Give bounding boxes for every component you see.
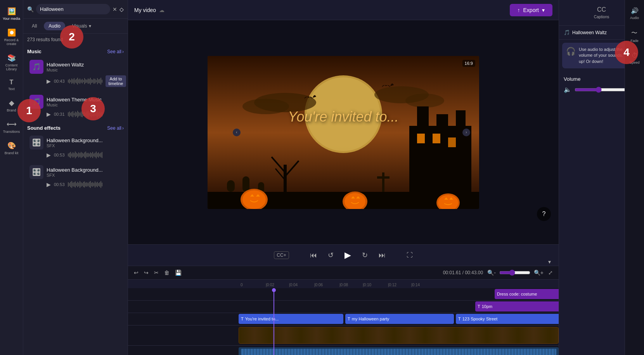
theme-thumb: 🎵 [29,95,43,109]
sidebar-item-transitions[interactable]: ⟷ Transitions [0,117,23,137]
search-icon: 🔍 [27,6,34,12]
sfx2-thumb: 🎛️ [29,165,43,179]
preview-area: You're invited to... 16:9 ? ‹ › [128,20,559,244]
fade-tab-icon: 〜 [631,29,637,37]
sfx-item-1[interactable]: 🎛️ Halloween Background... SFX ▶ 00:53 [26,133,125,161]
timeline-ruler: 0 |0:02 |0:04 |0:06 |0:08 |0:10 |0:12 |0… [128,280,559,288]
media-panel: 🔍 ✕ ◇ All Audio Visuals ▾ 273 results fo… [23,0,128,355]
undo-button[interactable]: ↩ [133,268,140,277]
search-input[interactable] [36,4,110,14]
sfx-item-2[interactable]: 🎛️ Halloween Background... SFX ▶ 00:53 [26,163,125,191]
waltz-play-button[interactable]: ▶ [47,78,51,84]
cut-button[interactable]: ✂ [153,268,160,277]
timeline-toolbar: ↩ ↪ ✂ 🗑 💾 00:01.61 / 00:43.00 🔍- 🔍+ ⤢ [128,266,559,280]
timeline-scroll[interactable]: 0 |0:02 |0:04 |0:06 |0:08 |0:10 |0:12 |0… [128,280,559,355]
music-item-waltz[interactable]: 🎵 Halloween Waltz Music ▶ 00:43 Add to t… [26,57,125,90]
sidebar-item-content[interactable]: 📚 Content Library [0,50,23,74]
sidebar-label-record: Record & create [2,38,21,46]
waltz-add-to-timeline-button[interactable]: Add to timeline [106,75,126,87]
skip-forward-button[interactable]: ⏭ [377,250,387,261]
playhead-handle [272,288,276,292]
brand-icon: ◆ [9,99,14,107]
volume-mute-icon[interactable]: 🔈 [564,86,571,93]
cc-button[interactable]: CC+ [274,251,289,259]
sidebar-label-brand: Brand [7,108,16,112]
sidebar-item-media[interactable]: 🖼️ Your media [0,4,23,24]
captions-tab[interactable]: CC Captions [591,3,612,22]
collapse-timeline-button[interactable]: ▾ [548,259,551,265]
player-controls-wrapper: CC+ ⏮ ↺ ▶ ↻ ⏭ ⛶ ▾ [128,244,559,266]
zoom-slider[interactable] [499,270,530,276]
skip-back-button[interactable]: ⏮ [308,250,319,261]
search-clear-button[interactable]: ✕ [113,6,117,12]
clip-10pm[interactable]: T10pm [475,301,559,311]
sidebar-label-content: Content Library [2,63,21,71]
sidebar-item-text[interactable]: T Text [0,76,23,94]
sfx1-duration: 00:53 [54,153,65,157]
clip-halloween-party[interactable]: Tmy Halloween party [345,314,454,324]
audio-clip[interactable] [239,347,559,355]
diamond-filter-button[interactable]: ◇ [119,6,124,12]
tab-all[interactable]: All [27,22,42,30]
collapse-right-button[interactable]: › [462,129,470,136]
waltz-duration: 00:43 [54,79,65,84]
collapse-left-button[interactable]: ‹ [233,129,241,136]
help-button[interactable]: ? [537,207,551,221]
ruler-mark-02: |0:02 [266,283,274,287]
visuals-chevron-icon: ▾ [89,23,91,29]
tab-audio[interactable]: Audio [44,22,65,30]
current-time: 00:01.61 [443,270,461,275]
sfx2-play-button[interactable]: ▶ [47,181,51,188]
sidebar-label-text: Text [8,87,15,91]
volume-label: Volume [564,76,580,82]
sidebar: 🖼️ Your media ⏺️ Record & create 📚 Conte… [0,0,23,355]
play-button[interactable]: ▶ [343,249,353,262]
export-label: Export [523,7,539,13]
zoom-out-button[interactable]: 🔍- [486,268,497,277]
clip-invited[interactable]: TYou're invited to... [239,314,343,324]
tracks-container: Dress code: costume T10pm [128,288,559,355]
clip-dress-code[interactable]: Dress code: costume [495,289,559,299]
fit-timeline-button[interactable]: ⤢ [547,268,554,277]
svg-rect-19 [377,176,390,179]
sfx-see-all[interactable]: See all › [107,125,124,131]
sfx1-play-button[interactable]: ▶ [47,152,51,158]
top-bar: My video ☁ ↑ Export ▾ [128,0,559,20]
sfx-chevron-icon: › [122,125,124,131]
tab-visuals[interactable]: Visuals ▾ [68,22,95,30]
track-content-audio [239,346,559,355]
results-count: 273 results found [23,34,128,45]
sidebar-item-brandkit[interactable]: 🎨 Brand kit [0,138,23,158]
sidebar-item-brand[interactable]: ◆ Brand [0,96,23,115]
playhead [274,288,274,355]
track-content-video [239,325,559,345]
zoom-in-button[interactable]: 🔍+ [533,268,545,277]
sidebar-item-record[interactable]: ⏺️ Record & create [0,25,23,49]
music-item-theme[interactable]: 🎵 Halloween Theme Music Music ▶ 00:31 [26,92,125,121]
theme-play-button[interactable]: ▶ [47,111,51,117]
captions-icon: CC [597,6,606,13]
audio-tab-label: Audio [630,16,639,20]
svg-rect-11 [417,134,425,143]
save-button[interactable]: 💾 [174,268,183,277]
fullscreen-button[interactable]: ⛶ [407,252,413,259]
ruler-mark-0: 0 [241,283,243,287]
rewind-button[interactable]: ↺ [326,249,335,261]
waltz-info: Halloween Waltz Music [47,62,121,72]
right-audio-tab[interactable]: 🔊 Audio [627,4,642,23]
sidebar-label-transitions: Transitions [3,130,20,134]
clip-spooky-street[interactable]: T123 Spooky Street [456,314,559,324]
speed-tab-icon: ⏱ [632,52,638,59]
delete-button[interactable]: 🗑 [163,268,171,277]
ruler-mark-14: |0:14 [411,283,420,287]
right-fade-tab[interactable]: 〜 Fade [627,26,642,46]
video-clip[interactable] [239,327,559,344]
sfx2-type: SFX [47,173,121,178]
right-speed-tab[interactable]: ⏱ Speed [626,49,642,68]
music-see-all[interactable]: See all › [107,49,124,54]
export-arrow-icon: ↑ [518,7,520,13]
sfx2-info: Halloween Background... SFX [47,167,121,178]
export-button[interactable]: ↑ Export ▾ [510,4,552,16]
fast-forward-button[interactable]: ↻ [360,249,369,261]
redo-button[interactable]: ↪ [143,268,150,277]
